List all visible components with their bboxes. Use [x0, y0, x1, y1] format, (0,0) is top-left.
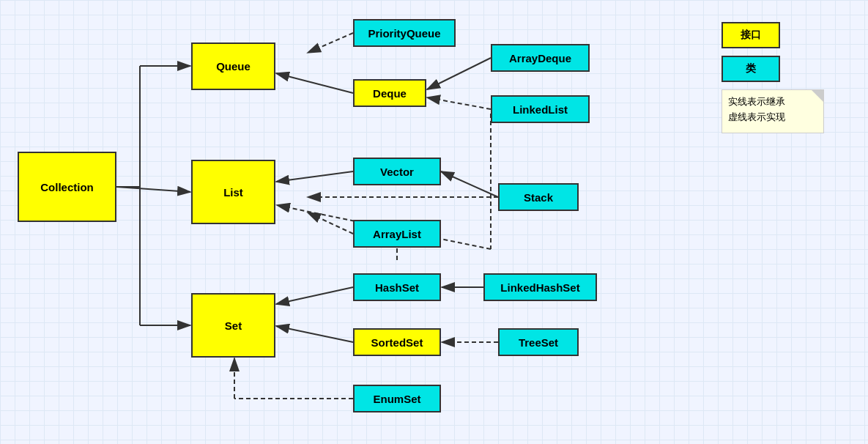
node-arraydeque: ArrayDeque [491, 44, 590, 72]
legend-class-box: 类 [722, 56, 780, 82]
svg-line-17 [441, 171, 498, 197]
svg-line-11 [427, 58, 491, 89]
legend-class-label: 类 [746, 62, 756, 75]
legend-class: 类 [722, 56, 824, 82]
node-linkedhashset: LinkedHashSet [483, 273, 597, 301]
node-treeset: TreeSet [498, 328, 579, 356]
svg-line-13 [276, 73, 353, 93]
svg-line-22 [276, 326, 353, 342]
node-collection: Collection [18, 152, 116, 222]
node-queue: Queue [191, 42, 275, 90]
node-enumset: EnumSet [353, 385, 441, 412]
legend-note-line2: 虚线表示实现 [728, 110, 817, 125]
legend-interface-box: 接口 [722, 22, 780, 48]
node-hashset: HashSet [353, 273, 441, 301]
node-vector: Vector [353, 158, 441, 185]
svg-line-19 [308, 212, 353, 234]
svg-line-20 [276, 287, 353, 304]
legend-note: 实线表示继承 虚线表示实现 [722, 89, 824, 133]
node-set: Set [191, 293, 275, 358]
svg-line-16 [276, 171, 353, 182]
node-list: List [191, 160, 275, 224]
legend-interface-label: 接口 [741, 29, 761, 42]
svg-line-10 [308, 33, 353, 53]
svg-line-12 [427, 97, 491, 109]
svg-line-6 [116, 187, 190, 192]
diagram-container: Collection Queue List Set PriorityQueue … [0, 0, 868, 444]
legend-interface: 接口 [722, 22, 824, 48]
node-linkedlist: LinkedList [491, 95, 590, 123]
node-stack: Stack [498, 183, 579, 211]
node-priorityqueue: PriorityQueue [353, 19, 456, 47]
legend-note-line1: 实线表示继承 [728, 95, 817, 110]
node-deque: Deque [353, 79, 426, 107]
node-arraylist: ArrayList [353, 220, 441, 248]
node-sortedset: SortedSet [353, 328, 441, 356]
legend: 接口 类 实线表示继承 虚线表示实现 [722, 22, 824, 133]
